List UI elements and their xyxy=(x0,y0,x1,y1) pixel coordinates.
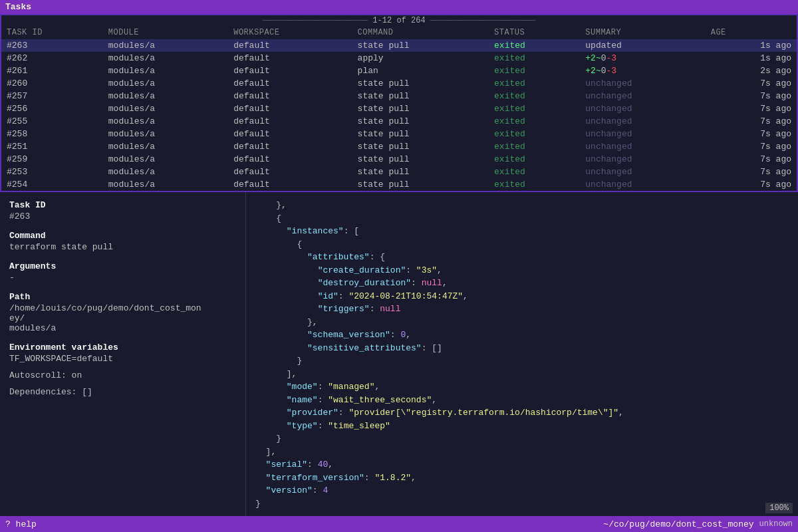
cell-status: exited xyxy=(489,65,580,77)
deps-line: Dependencies: [] xyxy=(9,387,236,397)
status-path: ~/co/pug/demo/dont_cost_money xyxy=(37,519,754,529)
cell-status: exited xyxy=(489,166,580,178)
cell-module: modules/a xyxy=(103,153,228,166)
cell-command: state pull xyxy=(352,140,489,153)
table-row[interactable]: #261 modules/a default plan exited +2~0-… xyxy=(1,65,797,77)
cell-module: modules/a xyxy=(103,77,228,90)
cell-command: state pull xyxy=(352,178,489,191)
table-row[interactable]: #259 modules/a default state pull exited… xyxy=(1,153,797,166)
cell-summary: unchanged xyxy=(580,128,705,140)
cell-summary: unchanged xyxy=(580,166,705,178)
json-content: }, { "instances": [ { "attributes": { "c… xyxy=(255,199,789,510)
table-header-row: TASK ID MODULE WORKSPACE COMMAND STATUS … xyxy=(1,26,797,39)
cell-command: state pull xyxy=(352,128,489,140)
cell-taskid: #255 xyxy=(1,115,103,128)
cell-summary: unchanged xyxy=(580,102,705,115)
table-row[interactable]: #255 modules/a default state pull exited… xyxy=(1,115,797,128)
autoscroll-text: Autoscroll: on xyxy=(9,370,82,380)
cell-command: state pull xyxy=(352,39,489,52)
cell-summary: unchanged xyxy=(580,115,705,128)
cell-module: modules/a xyxy=(103,52,228,65)
table-row[interactable]: #258 modules/a default state pull exited… xyxy=(1,128,797,140)
cell-status: exited xyxy=(489,102,580,115)
cell-workspace: default xyxy=(228,39,352,52)
cell-age: 7s ago xyxy=(706,128,797,140)
json-panel[interactable]: }, { "instances": [ { "attributes": { "c… xyxy=(246,192,798,516)
cell-command: state pull xyxy=(352,102,489,115)
task-id-label: Task ID xyxy=(9,200,236,210)
cell-taskid: #251 xyxy=(1,140,103,153)
cell-taskid: #260 xyxy=(1,77,103,90)
autoscroll-line: Autoscroll: on xyxy=(9,370,236,380)
col-header-taskid: TASK ID xyxy=(1,26,103,39)
cell-module: modules/a xyxy=(103,102,228,115)
cell-summary: unchanged xyxy=(580,77,705,90)
path-value: /home/louis/co/pug/demo/dont_cost_money/… xyxy=(9,303,201,333)
cell-workspace: default xyxy=(228,52,352,65)
table-row[interactable]: #254 modules/a default state pull exited… xyxy=(1,178,797,191)
cell-status: exited xyxy=(489,115,580,128)
col-header-status: STATUS xyxy=(489,26,580,39)
table-row[interactable]: #253 modules/a default state pull exited… xyxy=(1,166,797,178)
col-header-command: COMMAND xyxy=(352,26,489,39)
table-row[interactable]: #263 modules/a default state pull exited… xyxy=(1,39,797,52)
deps-text: Dependencies: [] xyxy=(9,387,92,397)
cell-workspace: default xyxy=(228,140,352,153)
tasks-tbody: #263 modules/a default state pull exited… xyxy=(1,39,797,191)
cell-age: 2s ago xyxy=(706,65,797,77)
table-row[interactable]: #260 modules/a default state pull exited… xyxy=(1,77,797,90)
status-text: unknown xyxy=(759,519,793,529)
cell-status: exited xyxy=(489,77,580,90)
task-id-value: #263 xyxy=(9,211,30,221)
cell-summary: unchanged xyxy=(580,140,705,153)
cell-workspace: default xyxy=(228,102,352,115)
cell-age: 7s ago xyxy=(706,140,797,153)
cell-status: exited xyxy=(489,128,580,140)
cell-workspace: default xyxy=(228,178,352,191)
cell-summary: unchanged xyxy=(580,90,705,102)
cell-module: modules/a xyxy=(103,166,228,178)
cell-workspace: default xyxy=(228,153,352,166)
cell-age: 1s ago xyxy=(706,52,797,65)
title-bar: Tasks xyxy=(0,0,798,14)
bottom-split: Task ID #263 Command terraform state pul… xyxy=(0,192,798,516)
cell-summary: +2~0-3 xyxy=(580,52,705,65)
cell-command: state pull xyxy=(352,166,489,178)
cell-status: exited xyxy=(489,39,580,52)
cell-command: apply xyxy=(352,52,489,65)
cell-workspace: default xyxy=(228,90,352,102)
tasks-table: TASK ID MODULE WORKSPACE COMMAND STATUS … xyxy=(1,26,797,191)
cell-taskid: #254 xyxy=(1,178,103,191)
cell-taskid: #261 xyxy=(1,65,103,77)
table-row[interactable]: #256 modules/a default state pull exited… xyxy=(1,102,797,115)
cell-age: 7s ago xyxy=(706,178,797,191)
env-label: Environment variables xyxy=(9,342,236,352)
cell-module: modules/a xyxy=(103,140,228,153)
cell-command: state pull xyxy=(352,90,489,102)
table-row[interactable]: #257 modules/a default state pull exited… xyxy=(1,90,797,102)
cell-workspace: default xyxy=(228,166,352,178)
command-value: terraform state pull xyxy=(9,242,113,252)
table-row[interactable]: #251 modules/a default state pull exited… xyxy=(1,140,797,153)
col-header-module: MODULE xyxy=(103,26,228,39)
cell-command: state pull xyxy=(352,115,489,128)
cell-module: modules/a xyxy=(103,115,228,128)
col-header-workspace: WORKSPACE xyxy=(228,26,352,39)
cell-age: 7s ago xyxy=(706,115,797,128)
command-label: Command xyxy=(9,231,236,241)
cell-age: 7s ago xyxy=(706,153,797,166)
cell-status: exited xyxy=(489,153,580,166)
cell-module: modules/a xyxy=(103,65,228,77)
help-text[interactable]: ? help xyxy=(5,519,37,529)
cell-age: 1s ago xyxy=(706,39,797,52)
cell-command: state pull xyxy=(352,153,489,166)
pagination-text: 1-12 of 264 xyxy=(372,16,425,25)
cell-status: exited xyxy=(489,178,580,191)
cell-status: exited xyxy=(489,52,580,65)
cell-taskid: #257 xyxy=(1,90,103,102)
cell-taskid: #258 xyxy=(1,128,103,140)
cell-status: exited xyxy=(489,90,580,102)
title-label: Tasks xyxy=(5,2,31,12)
cell-workspace: default xyxy=(228,115,352,128)
table-row[interactable]: #262 modules/a default apply exited +2~0… xyxy=(1,52,797,65)
